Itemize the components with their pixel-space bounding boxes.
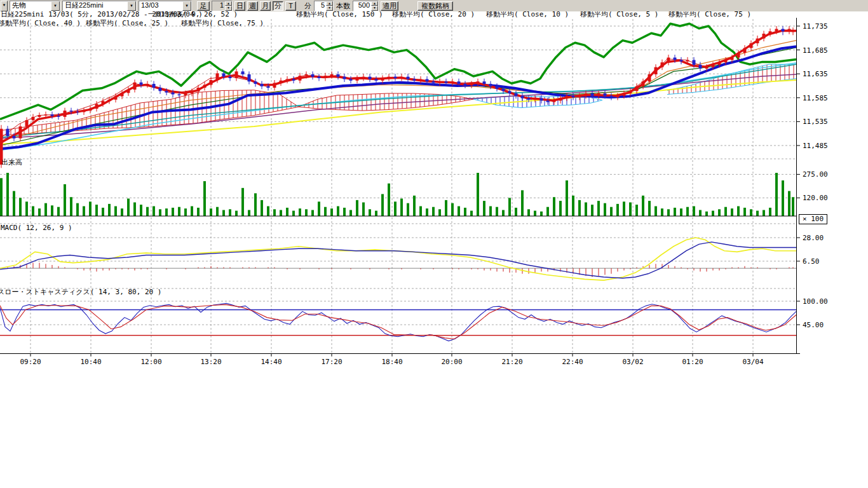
volume-bar <box>375 211 377 216</box>
bar-type-button[interactable]: 足 <box>197 1 210 11</box>
candle-body <box>95 104 98 109</box>
y-axis-label: 28.00 <box>803 234 824 242</box>
period-week-button[interactable]: 週 <box>247 1 258 11</box>
candle-body <box>527 98 531 100</box>
candle-body <box>114 97 118 100</box>
candle-body <box>502 89 505 92</box>
period-day-button[interactable]: 日 <box>234 1 245 11</box>
spin-up-icon[interactable]: ▲ <box>326 1 333 6</box>
category-combobox[interactable]: 先物 ▼ <box>10 1 60 11</box>
candle-body <box>356 78 359 81</box>
x-axis-label: 03/04 <box>742 358 763 366</box>
volume-bar <box>546 207 549 216</box>
spin-down-icon[interactable]: ▼ <box>326 6 333 11</box>
y-axis-label: 11,735 <box>803 22 828 30</box>
candle-body <box>241 71 245 74</box>
contract-month-combobox[interactable]: 13/03 ▼ <box>139 1 192 11</box>
volume-bar <box>95 205 98 216</box>
spin-down-icon[interactable]: ▼ <box>371 6 378 11</box>
volume-bar <box>566 180 568 216</box>
candle-body <box>508 91 512 93</box>
volume-bar <box>83 207 85 217</box>
chart-canvas[interactable]: 11,73511,68511,63511,58511,53511,485275.… <box>0 0 868 381</box>
clipped-combo-arrow[interactable]: ▼ <box>1 1 8 11</box>
candle-body <box>280 81 283 83</box>
volume-bar <box>585 203 587 217</box>
volume-bar <box>178 207 180 216</box>
candle-body <box>712 65 715 67</box>
candle-body <box>267 86 270 88</box>
volume-bar <box>362 203 365 217</box>
candle-body <box>197 88 200 92</box>
candle-body <box>121 93 124 96</box>
y-axis-label: 11,635 <box>803 70 828 78</box>
candle-body <box>756 39 759 44</box>
instrument-combobox[interactable]: 日経225mini ▼ <box>62 1 137 11</box>
volume-bar <box>235 211 238 216</box>
candle-body <box>362 77 365 78</box>
candle-body <box>680 60 683 61</box>
volume-bar <box>191 207 193 217</box>
candle-body <box>172 93 175 95</box>
candle-body <box>470 84 473 85</box>
x-axis-label: 17:20 <box>321 358 342 366</box>
candle-body <box>70 111 73 112</box>
candle-body <box>51 114 54 116</box>
candle-body <box>318 77 321 78</box>
apply-button[interactable]: 適用 <box>381 1 398 11</box>
y-axis-label: 11,685 <box>803 46 828 55</box>
toolbar: ▼ 先物 ▼ 日経225mini ▼ 13/03 ▼ 足 1 ▲▼ 日 週 月 … <box>0 0 868 11</box>
volume-bar <box>661 208 663 216</box>
volume-bar <box>788 191 790 216</box>
period-tick-button[interactable]: T <box>285 1 296 11</box>
volume-bar <box>356 200 358 216</box>
candle-body <box>737 53 740 58</box>
candle-body <box>432 81 435 83</box>
x-axis-label: 21:20 <box>501 358 522 366</box>
spinner-arrows[interactable]: ▲▼ <box>371 1 378 11</box>
x-axis-label: 03/02 <box>622 358 643 366</box>
candle-body <box>597 93 600 96</box>
candle-body <box>210 80 213 85</box>
candle-body <box>763 34 766 39</box>
chevron-down-icon[interactable]: ▼ <box>51 1 60 11</box>
candle-body <box>705 67 709 69</box>
x-axis-label: 22:40 <box>562 358 583 366</box>
candle-body <box>337 74 340 77</box>
bar-interval-spinner[interactable]: 1 ▲▼ <box>212 1 233 11</box>
volume-panel-title: 出来高 <box>1 158 22 167</box>
chevron-down-icon[interactable]: ▼ <box>182 1 191 11</box>
stoch-panel-title: スロー・ストキャスティクス( 14, 3, 80, 20 ) <box>0 287 161 297</box>
spin-up-icon[interactable]: ▲ <box>225 1 232 6</box>
volume-bar <box>222 210 225 217</box>
volume-bar <box>591 205 593 216</box>
candle-body <box>203 85 207 88</box>
candle-body <box>57 116 60 117</box>
y-axis-label: 6.50 <box>803 257 820 266</box>
candle-body <box>750 43 753 48</box>
period-minute-button[interactable]: 分 <box>273 1 283 11</box>
volume-bar <box>756 211 759 216</box>
chevron-down-icon[interactable]: ▼ <box>127 1 136 11</box>
multi-symbol-button[interactable]: 複数銘柄 <box>417 1 453 11</box>
volume-bar <box>534 211 536 216</box>
spin-up-icon[interactable]: ▲ <box>371 1 378 6</box>
candle-body <box>553 100 556 102</box>
spinner-arrows[interactable]: ▲▼ <box>225 1 232 11</box>
bars-spinner[interactable]: 500 ▲▼ <box>353 1 379 11</box>
minute-spinner[interactable]: 5 ▲▼ <box>314 1 334 11</box>
candle-body <box>661 62 664 67</box>
y-axis-label: 120.00 <box>803 194 828 202</box>
spinner-arrows[interactable]: ▲▼ <box>326 1 333 11</box>
candle-body <box>566 96 569 98</box>
spin-down-icon[interactable]: ▼ <box>225 6 232 11</box>
volume-bar <box>674 208 676 216</box>
candle-body <box>610 96 613 97</box>
volume-bar <box>369 209 371 216</box>
volume-bar <box>76 203 79 216</box>
volume-bar <box>699 210 702 217</box>
candle-body <box>102 101 105 104</box>
x-axis-label: 13:20 <box>200 358 221 366</box>
period-month-button[interactable]: 月 <box>260 1 271 11</box>
volume-bar <box>635 205 638 216</box>
